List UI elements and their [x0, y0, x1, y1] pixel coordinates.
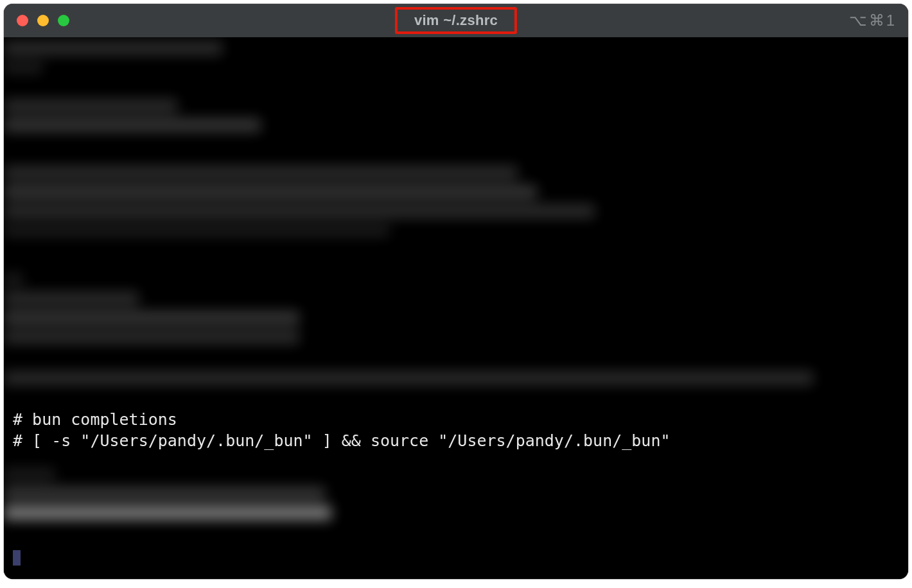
keyboard-shortcut-indicator: ⌥⌘1 [849, 12, 897, 30]
terminal-window: vim ~/.zshrc ⌥⌘1 [4, 4, 908, 579]
traffic-lights [17, 15, 69, 26]
cursor [13, 547, 21, 568]
terminal-line: # [ -s "/Users/pandy/.bun/_bun" ] && sou… [13, 431, 671, 450]
zoom-button[interactable] [58, 15, 69, 26]
block-cursor-icon [13, 550, 21, 566]
title-highlight-box: vim ~/.zshrc [395, 7, 517, 34]
minimize-button[interactable] [37, 15, 49, 26]
window-titlebar: vim ~/.zshrc ⌥⌘1 [4, 4, 908, 37]
terminal-line: # bun completions [13, 410, 177, 429]
window-title: vim ~/.zshrc [414, 12, 498, 28]
close-button[interactable] [17, 15, 28, 26]
terminal-text: # bun completions # [ -s "/Users/pandy/.… [13, 410, 671, 451]
terminal-viewport[interactable]: # bun completions # [ -s "/Users/pandy/.… [4, 37, 908, 579]
